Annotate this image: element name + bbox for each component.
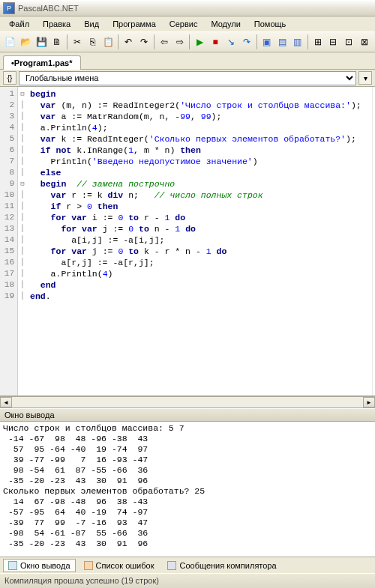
- undo-button[interactable]: ↶: [121, 34, 136, 50]
- stop-button[interactable]: ■: [208, 34, 223, 50]
- toolbar-separator: [67, 34, 68, 49]
- editor-area: 1 2 3 4 5 6 7 8 9 10 11 12 13 14 15 16 1…: [0, 87, 375, 396]
- scroll-left-icon[interactable]: ◄: [0, 397, 12, 407]
- fold-gutter[interactable]: ⊟ │ │ │ │ │ │ │ ⊟ │ │ │ │ │ │ │ │ │ │: [18, 87, 27, 395]
- app-icon: P: [3, 2, 15, 14]
- save-button[interactable]: 💾: [34, 34, 50, 50]
- output-header: Окно вывода: [0, 408, 375, 422]
- menu-edit[interactable]: Правка: [37, 18, 76, 30]
- tab-output-label: Окно вывода: [20, 561, 70, 570]
- toolbar-separator: [189, 34, 190, 49]
- menu-file[interactable]: Файл: [3, 18, 35, 30]
- tab-program1[interactable]: •Program1.pas*: [3, 55, 81, 70]
- step-into-button[interactable]: ↘: [224, 34, 238, 50]
- scroll-track[interactable]: [12, 397, 363, 407]
- panel3-button[interactable]: ▥: [290, 34, 305, 50]
- grid3-button[interactable]: ⊡: [341, 34, 356, 50]
- titlebar: P PascalABC.NET: [0, 0, 375, 16]
- code-editor[interactable]: begin var (m, n) := ReadInteger2('Число …: [27, 87, 375, 395]
- line-gutter: 1 2 3 4 5 6 7 8 9 10 11 12 13 14 15 16 1…: [0, 87, 18, 395]
- saveall-button[interactable]: 🗎: [50, 34, 64, 50]
- tab-compiler[interactable]: Сообщения компилятора: [162, 559, 281, 572]
- window-title: PascalABC.NET: [18, 4, 79, 13]
- tab-output[interactable]: Окно вывода: [3, 559, 76, 572]
- editor-tabbar: •Program1.pas*: [0, 52, 375, 70]
- menu-service[interactable]: Сервис: [164, 18, 204, 30]
- output-area[interactable]: Число строк и столбцов массива: 5 7 -14 …: [0, 422, 375, 557]
- panel2-button[interactable]: ▤: [274, 34, 290, 50]
- statusbar: Компиляция прошла успешно (19 строк): [0, 573, 375, 588]
- tab-compiler-label: Сообщения компилятора: [179, 561, 276, 570]
- menu-program[interactable]: Программа: [106, 18, 162, 30]
- paste-button[interactable]: 📋: [101, 34, 116, 50]
- nav-back-button[interactable]: ⇦: [157, 34, 172, 50]
- copy-button[interactable]: ⎘: [86, 34, 100, 50]
- redo-button[interactable]: ↷: [136, 34, 152, 50]
- editor-hscrollbar[interactable]: ◄ ►: [0, 396, 375, 408]
- menubar: Файл Правка Вид Программа Сервис Модули …: [0, 16, 375, 31]
- grid4-button[interactable]: ⊠: [357, 34, 372, 50]
- toolbar: 📄 📂 💾 🗎 ✂ ⎘ 📋 ↶ ↷ ⇦ ⇨ ▶ ■ ↘ ↷ ▣ ▤ ▥ ⊞ ⊟ …: [0, 31, 375, 52]
- tab-errors[interactable]: Список ошибок: [79, 559, 160, 572]
- scroll-right-icon[interactable]: ►: [363, 397, 375, 407]
- scope-dropdown-button[interactable]: ▾: [358, 71, 372, 85]
- grid1-button[interactable]: ⊞: [310, 34, 326, 50]
- compiler-icon: [167, 561, 176, 570]
- run-button[interactable]: ▶: [192, 34, 207, 50]
- menu-help[interactable]: Помощь: [248, 18, 292, 30]
- errors-icon: [84, 561, 93, 570]
- output-icon: [8, 561, 17, 570]
- toolbar-separator: [308, 34, 308, 49]
- scope-select[interactable]: Глобальные имена: [19, 71, 356, 85]
- panel1-button[interactable]: ▣: [259, 34, 274, 50]
- toolbar-separator: [118, 34, 118, 49]
- scope-icon[interactable]: {}: [3, 71, 16, 85]
- toolbar-separator: [256, 34, 257, 49]
- grid2-button[interactable]: ⊟: [326, 34, 340, 50]
- menu-view[interactable]: Вид: [78, 18, 105, 30]
- step-over-button[interactable]: ↷: [239, 34, 254, 50]
- bottom-tabs: Окно вывода Список ошибок Сообщения комп…: [0, 557, 375, 573]
- scope-bar: {} Глобальные имена ▾: [0, 70, 375, 87]
- menu-modules[interactable]: Модули: [205, 18, 246, 30]
- toolbar-separator: [154, 34, 154, 49]
- cut-button[interactable]: ✂: [70, 34, 85, 50]
- right-margin-line: [372, 87, 373, 395]
- tab-errors-label: Список ошибок: [96, 561, 154, 570]
- nav-fwd-button[interactable]: ⇨: [172, 34, 188, 50]
- open-button[interactable]: 📂: [19, 34, 34, 50]
- new-button[interactable]: 📄: [3, 34, 18, 50]
